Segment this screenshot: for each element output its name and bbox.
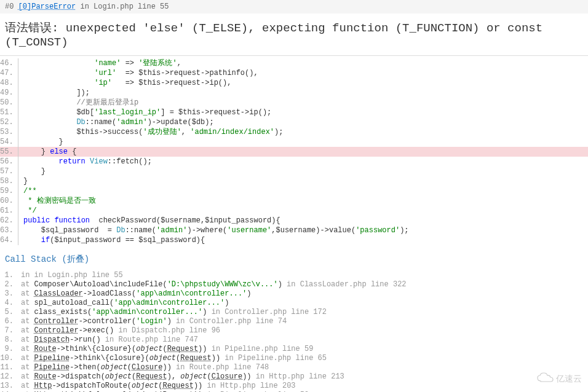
frame-number: 3. (0, 289, 18, 299)
line-number: 63. (0, 225, 18, 235)
stack-frame: 3.at ClassLoader->loadClass('app\admin\c… (0, 289, 588, 299)
line-number: 58. (0, 176, 18, 186)
stack-frame: 2.at Composer\Autoload\includeFile('D:\p… (0, 280, 588, 289)
frame-text: at Composer\Autoload\includeFile('D:\php… (18, 280, 407, 289)
frame-text: at Controller->controller('Login') in Co… (18, 317, 287, 326)
collapse-link[interactable]: (折叠) (62, 254, 89, 264)
code-content: } (18, 176, 28, 186)
frame-number: 7. (0, 326, 18, 335)
line-number: 48. (0, 78, 18, 88)
code-content: //更新最后登录ip (18, 98, 138, 108)
code-line: 61. */ (0, 206, 588, 216)
code-line: 48. 'ip' => $this->request->ip(), (0, 78, 588, 88)
call-stack-header: Call Stack (折叠) (0, 248, 588, 269)
frame-number: 12. (0, 372, 18, 382)
line-number: 53. (0, 127, 18, 137)
frame-text: in in Login.php line 55 (18, 271, 123, 280)
line-number: 55. (0, 147, 18, 157)
line-number: 52. (0, 117, 18, 127)
line-number: 59. (0, 186, 18, 196)
stack-frame: 4.at spl_autoload_call('app\admin\contro… (0, 299, 588, 308)
code-line: 55. } else { (0, 147, 588, 157)
call-stack-title: Call Stack (5, 254, 57, 264)
line-number: 61. (0, 206, 18, 216)
stack-frame: 7.at Controller->exec() in Dispatch.php … (0, 326, 588, 335)
code-content: } else { (18, 147, 76, 157)
frame-text: at Dispatch->run() in Route.php line 747 (18, 335, 198, 345)
code-content: $db['last_login_ip'] = $this->request->i… (18, 108, 271, 117)
frame-number: 9. (0, 345, 18, 354)
code-content: /** (18, 186, 37, 196)
code-line: 63. $sql_password = Db::name('admin')->w… (0, 225, 588, 235)
code-line: 57. } (0, 167, 588, 176)
code-line: 52. Db::name('admin')->update($db); (0, 117, 588, 127)
code-content: } (18, 167, 46, 176)
source-code-block: 46. 'name' => '登陆系统',47. 'url' => $this-… (0, 56, 588, 248)
code-content: ]); (18, 88, 90, 98)
thread-marker: #0 (5, 2, 14, 11)
stack-frame: 6.at Controller->controller('Login') in … (0, 317, 588, 326)
line-number: 49. (0, 88, 18, 98)
frame-number: 6. (0, 317, 18, 326)
frame-number: 5. (0, 308, 18, 317)
frame-text: at Pipeline->think\{closure}(object(Requ… (18, 354, 327, 363)
stack-frame: 5.at class_exists('app\admin\controller.… (0, 308, 588, 317)
error-index-link[interactable]: [0]ParseError (18, 2, 76, 11)
frame-text: at class_exists('app\admin\controller...… (18, 308, 327, 317)
watermark-logo: 亿速云 (536, 372, 582, 386)
stack-frame: 8.at Dispatch->run() in Route.php line 7… (0, 335, 588, 345)
frame-text: at spl_autoload_call('app\admin\controll… (18, 299, 229, 308)
frame-number: 1. (0, 271, 18, 280)
code-content: 'url' => $this->request->pathinfo(), (18, 68, 258, 78)
code-line: 62.public function checkPassword($userna… (0, 216, 588, 225)
stack-frame: 1.in in Login.php line 55 (0, 271, 588, 280)
code-line: 46. 'name' => '登陆系统', (0, 58, 588, 68)
code-content: */ (18, 206, 37, 216)
code-line: 49. ]); (0, 88, 588, 98)
frame-text: at Controller->exec() in Dispatch.php li… (18, 326, 220, 335)
code-line: 58.} (0, 176, 588, 186)
code-line: 51. $db['last_login_ip'] = $this->reques… (0, 108, 588, 117)
cloud-icon (536, 372, 554, 386)
code-content: $sql_password = Db::name('admin')->where… (18, 225, 409, 235)
line-number: 56. (0, 157, 18, 167)
frame-text: at Route->dispatch(object(Request), obje… (18, 372, 344, 382)
stack-frame: 10.at Pipeline->think\{closure}(object(R… (0, 354, 588, 363)
frame-text: at Route->think\{closure}(object(Request… (18, 345, 313, 354)
frame-number: 11. (0, 363, 18, 372)
line-number: 47. (0, 68, 18, 78)
line-number: 50. (0, 98, 18, 108)
watermark-text: 亿速云 (556, 374, 582, 385)
code-content: 'name' => '登陆系统', (18, 58, 181, 68)
code-line: 64. if($input_password == $sql_password)… (0, 235, 588, 245)
line-number: 54. (0, 137, 18, 147)
code-content: public function checkPassword($username,… (18, 216, 280, 225)
frame-number: 13. (0, 382, 18, 391)
frame-number: 4. (0, 299, 18, 308)
code-line: 53. $this->success('成功登陆', 'admin/index/… (0, 127, 588, 137)
breadcrumb-file: Login.php line 55 (93, 2, 169, 11)
frame-number: 10. (0, 354, 18, 363)
line-number: 64. (0, 235, 18, 245)
code-content: 'ip' => $this->request->ip(), (18, 78, 231, 88)
line-number: 51. (0, 108, 18, 117)
stack-frame: 11.at Pipeline->then(object(Closure)) in… (0, 363, 588, 372)
code-line: 56. return View::fetch(); (0, 157, 588, 167)
code-content: } (18, 137, 63, 147)
error-message: 语法错误: unexpected 'else' (T_ELSE), expect… (0, 14, 588, 56)
breadcrumb: #0 [0]ParseError in Login.php line 55 (0, 0, 588, 14)
breadcrumb-in: in (80, 2, 89, 11)
frame-text: at Pipeline->then(object(Closure)) in Ro… (18, 363, 269, 372)
code-line: 47. 'url' => $this->request->pathinfo(), (0, 68, 588, 78)
code-line: 50. //更新最后登录ip (0, 98, 588, 108)
code-content: * 检测密码是否一致 (18, 196, 96, 206)
stack-frame: 9.at Route->think\{closure}(object(Reque… (0, 345, 588, 354)
line-number: 46. (0, 58, 18, 68)
stack-frame: 13.at Http->dispatchToRoute(object(Reque… (0, 382, 588, 391)
line-number: 62. (0, 216, 18, 225)
code-content: Db::name('admin')->update($db); (18, 117, 214, 127)
code-content: if($input_password == $sql_password){ (18, 235, 205, 245)
line-number: 57. (0, 167, 18, 176)
line-number: 60. (0, 196, 18, 206)
frame-text: at ClassLoader->loadClass('app\admin\con… (18, 289, 251, 299)
